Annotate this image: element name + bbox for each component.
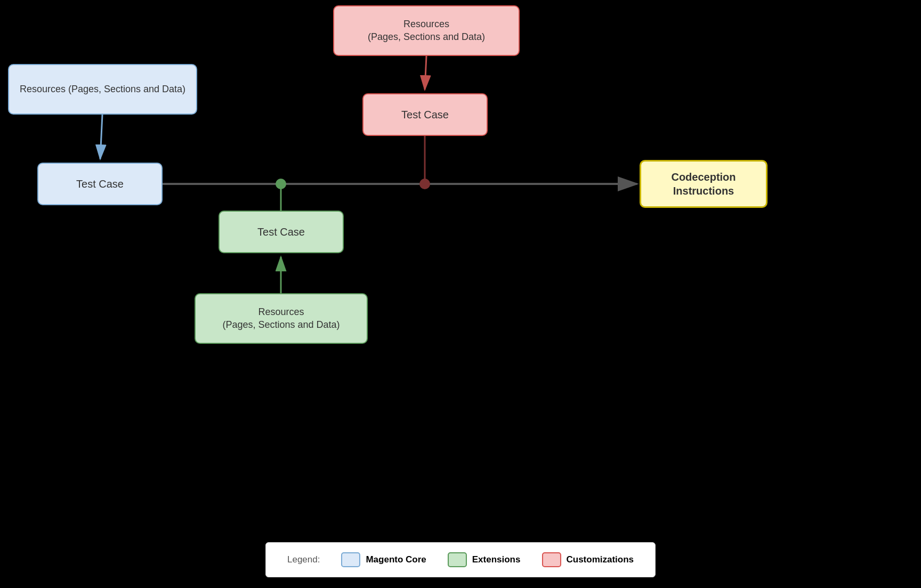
legend-label-customizations: Customizations xyxy=(566,554,634,565)
red-junction-dot xyxy=(419,179,430,189)
legend-item-customizations: Customizations xyxy=(542,552,634,567)
legend-label-magento: Magento Core xyxy=(366,554,426,565)
legend-item-magento: Magento Core xyxy=(341,552,426,567)
red-resources-to-testcase-arrow xyxy=(425,56,426,90)
legend-swatch-green xyxy=(448,552,467,567)
green-testcase-box: Test Case xyxy=(219,211,344,253)
red-testcase-box: Test Case xyxy=(362,93,488,136)
blue-resources-box: Resources (Pages, Sections and Data) xyxy=(8,64,197,115)
green-junction-dot xyxy=(276,179,286,189)
blue-testcase-box: Test Case xyxy=(37,163,163,205)
legend-swatch-blue xyxy=(341,552,360,567)
diagram-container: Resources (Pages, Sections and Data) Tes… xyxy=(0,0,921,588)
legend-title: Legend: xyxy=(287,554,320,565)
legend-item-extensions: Extensions xyxy=(448,552,521,567)
green-resources-box: Resources(Pages, Sections and Data) xyxy=(195,293,368,344)
legend: Legend: Magento Core Extensions Customiz… xyxy=(265,542,656,577)
legend-label-extensions: Extensions xyxy=(472,554,521,565)
codeception-box: CodeceptionInstructions xyxy=(640,160,768,208)
blue-resources-to-testcase-arrow xyxy=(100,115,102,159)
legend-swatch-red xyxy=(542,552,561,567)
red-resources-box: Resources(Pages, Sections and Data) xyxy=(333,5,520,56)
